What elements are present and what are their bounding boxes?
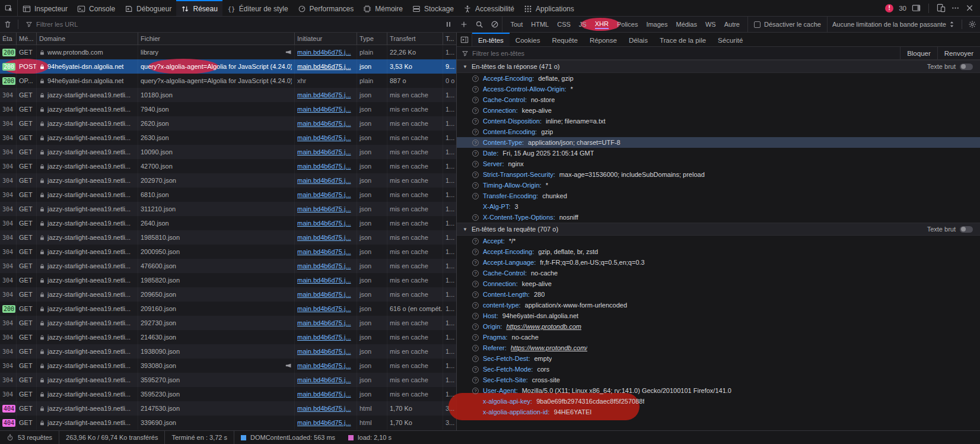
block-requests-button[interactable] bbox=[488, 20, 502, 28]
details-tab-reponse[interactable]: Réponse bbox=[584, 33, 623, 46]
table-row[interactable]: 304GETjazzy-starlight-aeea19.netli...101… bbox=[0, 88, 456, 102]
pause-traffic-button[interactable] bbox=[441, 20, 456, 28]
initiator-link[interactable]: main.bd4b6d75.j... bbox=[297, 91, 351, 99]
header-row[interactable]: ?Host94he6yatei-dsn.algolia.net bbox=[457, 310, 980, 321]
column-header-domaine[interactable]: Domaine bbox=[37, 33, 138, 45]
response-headers-section-header[interactable]: ▼ En-têtes de la réponse (471 o) Texte b… bbox=[457, 60, 980, 73]
table-row[interactable]: 304GETjazzy-starlight-aeea19.netli...264… bbox=[0, 216, 456, 230]
details-tab-delais[interactable]: Délais bbox=[623, 33, 654, 46]
tab-editeur-de-style[interactable]: {}Éditeur de style bbox=[222, 0, 293, 16]
table-row[interactable]: 304GETjazzy-starlight-aeea19.netli...476… bbox=[0, 259, 456, 273]
table-row[interactable]: 304GETjazzy-starlight-aeea19.netli...198… bbox=[0, 230, 456, 245]
details-tab-trace-de-la-pile[interactable]: Trace de la pile bbox=[654, 33, 712, 46]
help-icon[interactable]: ? bbox=[472, 129, 479, 135]
help-icon[interactable]: ? bbox=[472, 172, 479, 178]
help-icon[interactable]: ? bbox=[472, 118, 479, 125]
header-row[interactable]: ?Cache-Controlno-cache bbox=[457, 268, 980, 278]
header-row[interactable]: ?Content-Dispositioninline; filename=a.t… bbox=[457, 116, 980, 126]
help-icon[interactable]: ? bbox=[472, 281, 479, 287]
disable-cache-checkbox[interactable] bbox=[754, 21, 761, 28]
column-header-type[interactable]: Type bbox=[357, 33, 387, 45]
header-row[interactable]: ?Cache-Controlno-store bbox=[457, 94, 980, 105]
help-icon[interactable]: ? bbox=[472, 249, 479, 255]
initiator-link[interactable]: main.bd4b6d75.j... bbox=[297, 148, 351, 156]
close-icon[interactable] bbox=[965, 4, 974, 12]
tab-accessibilite[interactable]: Accessibilité bbox=[459, 0, 519, 16]
dock-icon[interactable] bbox=[912, 4, 921, 12]
help-icon[interactable]: ? bbox=[472, 75, 479, 82]
error-badge-icon[interactable]: ! bbox=[885, 4, 893, 12]
header-row[interactable]: ?content-typeapplication/x-www-form-urle… bbox=[457, 300, 980, 310]
split-panel-button[interactable] bbox=[457, 33, 472, 46]
header-value-link[interactable]: https://www.protondb.com bbox=[506, 323, 581, 330]
initiator-link[interactable]: main.bd4b6d75.j... bbox=[297, 391, 351, 398]
request-headers-section-header[interactable]: ▼ En-têtes de la requête (707 o) Texte b… bbox=[457, 223, 980, 236]
help-icon[interactable]: ? bbox=[472, 107, 479, 114]
header-value-link[interactable]: https://www.protondb.com/ bbox=[511, 344, 588, 351]
details-tab-en-tetes[interactable]: En-têtes bbox=[472, 33, 510, 46]
filter-autre[interactable]: Autre bbox=[720, 18, 744, 30]
details-tab-requete[interactable]: Requête bbox=[546, 33, 583, 46]
resend-button[interactable]: Renvoyer bbox=[937, 47, 980, 59]
help-icon[interactable]: ? bbox=[472, 302, 479, 309]
initiator-link[interactable]: main.bd4b6d75.j... bbox=[297, 191, 351, 198]
help-icon[interactable]: ? bbox=[472, 161, 479, 167]
help-icon[interactable]: ? bbox=[472, 139, 479, 146]
help-icon[interactable]: ? bbox=[472, 324, 479, 330]
header-row[interactable]: ?Transfer-Encodingchunked bbox=[457, 191, 980, 201]
header-row[interactable]: ?Servernginx bbox=[457, 158, 980, 169]
tab-console[interactable]: Console bbox=[72, 0, 120, 16]
headers-filter-input[interactable] bbox=[472, 50, 896, 57]
column-header-eta[interactable]: Éta bbox=[0, 33, 17, 45]
header-row[interactable]: ?Access-Control-Allow-Origin* bbox=[457, 84, 980, 94]
table-row[interactable]: 304GETjazzy-starlight-aeea19.netli...262… bbox=[0, 116, 456, 131]
initiator-link[interactable]: main.bd4b6d75.j... bbox=[297, 291, 351, 298]
table-row[interactable]: 304GETjazzy-starlight-aeea19.netli...214… bbox=[0, 330, 456, 344]
header-row[interactable]: ?Timing-Allow-Origin* bbox=[457, 180, 980, 191]
table-row[interactable]: 304GETjazzy-starlight-aeea19.netli...359… bbox=[0, 387, 456, 401]
initiator-link[interactable]: main.bd4b6d75.j... bbox=[297, 134, 351, 141]
table-row[interactable]: 304GETjazzy-starlight-aeea19.netli...263… bbox=[0, 131, 456, 145]
table-row[interactable]: 200OP...94he6yatei-dsn.algolia.netquery?… bbox=[0, 74, 456, 88]
help-icon[interactable]: ? bbox=[472, 356, 479, 362]
initiator-link[interactable]: main.bd4b6d75.j... bbox=[297, 120, 351, 127]
initiator-link[interactable]: main.bd4b6d75.j... bbox=[297, 334, 351, 341]
filter-polices[interactable]: Polices bbox=[613, 18, 642, 30]
header-row[interactable]: ?Accept-Encodinggzip, deflate, br, zstd bbox=[457, 246, 980, 257]
table-row[interactable]: 200POST94he6yatei-dsn.algolia.netquery?x… bbox=[0, 59, 456, 74]
table-row[interactable]: 304GETjazzy-starlight-aeea19.netli...209… bbox=[0, 287, 456, 302]
column-header-me[interactable]: Mé... bbox=[17, 33, 37, 45]
table-row[interactable]: 304GETjazzy-starlight-aeea19.netli...200… bbox=[0, 245, 456, 259]
help-icon[interactable]: ? bbox=[472, 366, 479, 373]
table-row[interactable]: 304GETjazzy-starlight-aeea19.netli...681… bbox=[0, 188, 456, 202]
initiator-link[interactable]: main.bd4b6d75.j... bbox=[297, 106, 351, 113]
filter-images[interactable]: Images bbox=[642, 18, 672, 30]
help-icon[interactable]: ? bbox=[472, 86, 479, 93]
url-filter-input[interactable] bbox=[36, 21, 437, 28]
initiator-link[interactable]: main.bd4b6d75.j... bbox=[297, 63, 351, 70]
help-icon[interactable]: ? bbox=[472, 345, 479, 351]
initiator-link[interactable]: main.bd4b6d75.j... bbox=[297, 348, 351, 355]
initiator-link[interactable]: main.bd4b6d75.j... bbox=[297, 405, 351, 412]
filter-xhr[interactable]: XHR bbox=[591, 18, 613, 31]
details-tab-securite[interactable]: Sécurité bbox=[712, 33, 749, 46]
table-row[interactable]: 304GETjazzy-starlight-aeea19.netli...202… bbox=[0, 173, 456, 188]
filter-ws[interactable]: WS bbox=[701, 18, 720, 30]
table-row[interactable]: 404GETjazzy-starlight-aeea19.netli...214… bbox=[0, 401, 456, 416]
help-icon[interactable]: ? bbox=[472, 259, 479, 266]
help-icon[interactable]: ? bbox=[472, 270, 479, 277]
table-row[interactable]: 304GETjazzy-starlight-aeea19.netli...311… bbox=[0, 202, 456, 216]
header-row[interactable]: ?Content-Length280 bbox=[457, 289, 980, 300]
header-row[interactable]: ?X-Alg-PT3 bbox=[457, 201, 980, 212]
tab-performances[interactable]: Performances bbox=[293, 0, 359, 16]
disable-cache-toggle[interactable]: Désactiver le cache bbox=[748, 21, 827, 28]
clear-requests-button[interactable] bbox=[0, 17, 15, 32]
column-header-fichier[interactable]: Fichier bbox=[138, 33, 295, 45]
help-icon[interactable]: ? bbox=[472, 193, 479, 199]
header-row[interactable]: ?x-algolia-application-id94HE6YATEI bbox=[457, 407, 980, 417]
new-request-button[interactable] bbox=[457, 20, 471, 28]
raw-response-toggle[interactable] bbox=[960, 64, 973, 70]
initiator-link[interactable]: main.bd4b6d75.j... bbox=[297, 163, 351, 170]
table-row[interactable]: 200GETwww.protondb.comlibrarymain.bd4b6d… bbox=[0, 45, 456, 59]
network-settings-button[interactable] bbox=[965, 17, 980, 32]
